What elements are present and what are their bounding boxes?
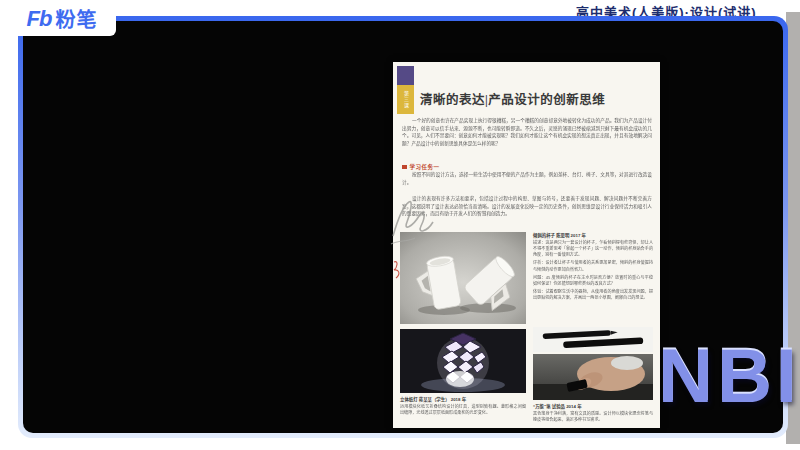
cups-caption-describe: 描述：这是两只为一套设计的杯子，乍看倾斜得有些奇怪，却让人不得不重新思考「拿起一… [533,240,653,258]
fenbi-logo: Fb 粉笔 [8,1,116,36]
paper-lamp-photo [400,329,526,393]
task-title: 学习任务一 [410,163,440,171]
red-square-bullet-icon [402,165,407,170]
pen-caption-text: 黑色笔身干净利落，富有文具的质感。设计师以模块化理念将笔与橡皮等组合起来，满足多… [533,411,653,423]
textbook-page: 第三课 清晰的表达|产品设计的创新思维 一个好的创意也许在产品实现上执行得很糟糕… [393,62,660,428]
second-paragraph: 设计的表现有许多方法和要求，包括设计过程中的构思、草图与符号，还要善于发现问题、… [402,195,652,218]
pen-caption-title: “万能”笔 试验品 2014 年 [533,403,653,409]
cups-caption: 倾斜的杯子 陈思明 2017 年 描述：这是两只为一套设计的杯子，乍看倾斜得有些… [533,232,653,303]
lamp-caption-title: 立体纸灯 蒋某某（学生） 2018 年 [400,396,526,402]
lesson-tab-gold: 第三课 [397,85,414,114]
handwritten-scribble-mark [387,192,439,250]
pen-caption: “万能”笔 试验品 2014 年 黑色笔身干净利落，富有文具的质感。设计师以模块… [533,403,653,425]
lamp-caption: 立体纸灯 蒋某某（学生） 2018 年 运用模块化纸艺折叠结构设计的灯具，造型别… [400,396,526,418]
page-title: 清晰的表达|产品设计的创新思维 [420,89,652,108]
lesson-tab-label: 第三课 [403,91,408,109]
hand-holding-eraser-photo [533,354,653,400]
task-header: 学习任务一 [402,163,440,171]
cups-caption-experience: 体验：试着观察生活中的器物，从使用者的角度出发发现问题，提出更贴切的解决方案，并… [533,289,653,301]
nbi-watermark: NBI [658,338,800,414]
black-pens-photo [533,327,653,352]
fenbi-logo-mark-icon: Fb [27,6,52,32]
intro-paragraph: 一个好的创意也许在产品实现上执行得很糟糕，另一个糟糕的创意却意外地被转化为成功的… [402,117,652,147]
red-pen-mark [391,258,407,280]
lesson-tab-purple [397,66,414,85]
cups-caption-analysis: 评析：设计者让杯子与使用者的关系更加紧密，倾斜的杯身使握持与倾倒的动作更加自然省… [533,260,653,272]
slide-screenshot: { "header": { "logo_mark": "Fb", "logo_t… [0,0,800,450]
task-paragraph: 按照不同的设计方法，选择一些生活中使用不便的产品作为主题，例如茶杯、台灯、椅子、… [402,171,652,186]
lesson-tab: 第三课 [397,66,414,114]
cups-caption-title: 倾斜的杯子 陈思明 2017 年 [533,232,653,238]
lamp-caption-text: 运用模块化纸艺折叠结构设计的灯具，造型别致有趣。菱形格之间留出缝隙，光线透过层层… [400,404,526,416]
fenbi-logo-text: 粉笔 [55,4,97,33]
cups-caption-question: 问题：45 度倾斜的杯子在注水时是否方便？放置时的重心与平稳如何保证？你还能想到… [533,275,653,287]
